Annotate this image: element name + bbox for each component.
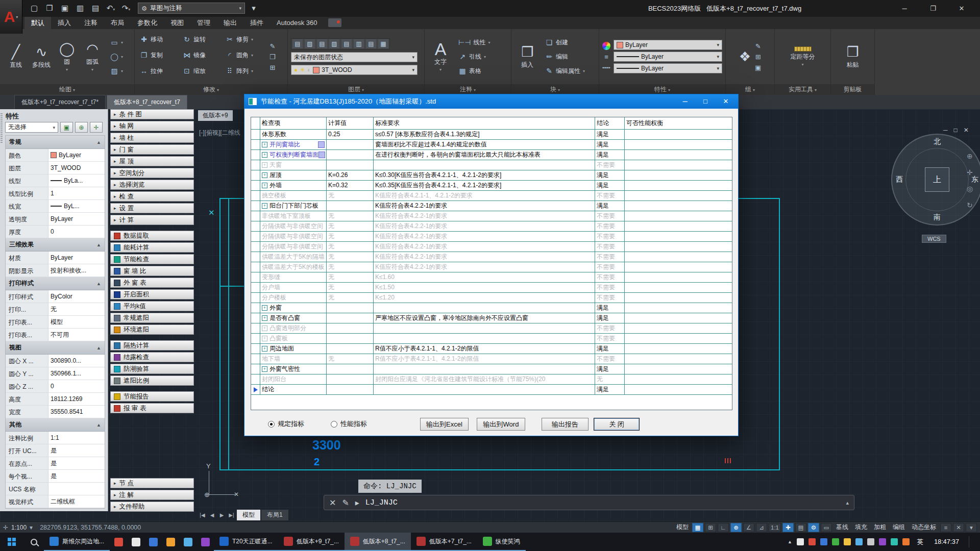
button-输出到Excel[interactable]: 输出到Excel [420, 418, 469, 431]
expand-icon[interactable]: + [262, 172, 267, 178]
collapse-icon[interactable]: ▲ [96, 242, 101, 247]
tray-icon[interactable] [808, 538, 816, 545]
modify-tool-圆角[interactable]: ◜圆角▾ [224, 49, 266, 62]
row-selector[interactable] [251, 303, 260, 313]
taskbar-window-button[interactable]: 低版本+9_t7_... [278, 533, 345, 551]
tradeoff-cell[interactable] [625, 293, 732, 303]
menu-item-结露检查[interactable]: 结露检查 [110, 352, 194, 362]
expand-icon[interactable]: + [262, 346, 267, 352]
calc-value-cell[interactable] [327, 140, 374, 149]
row-selector[interactable] [251, 374, 260, 384]
result-cell[interactable]: 不需要 [595, 293, 625, 303]
ribbon-tab-布局[interactable]: 布局 [104, 17, 131, 29]
radio-icon[interactable] [331, 421, 337, 428]
layer-lock-icon[interactable]: ◐ [307, 66, 311, 73]
row-selector[interactable] [251, 160, 260, 170]
requirement-cell[interactable]: K值应符合表4.2.2-1的要求 [374, 252, 595, 262]
check-item-cell[interactable]: 挑空楼板 [260, 191, 327, 201]
status-menu-icon[interactable]: ▾ [966, 523, 977, 532]
property-value[interactable]: 不可用 [48, 329, 105, 341]
check-item-cell[interactable]: 结论 [260, 385, 327, 394]
status-toggle-加粗[interactable]: 加粗 [871, 523, 889, 532]
property-value[interactable]: ByLa... [48, 174, 105, 187]
layer-freeze-icon[interactable]: ☀ [300, 66, 305, 73]
check-item-cell[interactable]: +天窗 [260, 160, 327, 170]
tradeoff-cell[interactable] [625, 211, 732, 221]
result-cell[interactable]: 不需要 [595, 272, 625, 282]
table-row[interactable]: 分户墙无K≤1.50不需要 [251, 283, 732, 293]
dropdown-icon[interactable]: ▾ [128, 7, 130, 12]
table-row[interactable]: 封闭阳台封闭阳台应满足《河北省居住建筑节能设计标准（节能75%)(20无 [251, 374, 732, 385]
command-line[interactable]: ✕ ✎ ▸ LJ_JNJC ▴ [324, 495, 854, 510]
tray-icon[interactable] [820, 538, 827, 545]
row-selector[interactable] [251, 344, 260, 354]
compass-east[interactable]: 东 [971, 175, 978, 184]
table-row[interactable]: +凸窗板不需要 [251, 334, 732, 344]
property-value[interactable]: 二维线框 [48, 495, 105, 508]
property-value[interactable] [48, 483, 105, 495]
compass-north[interactable]: 北 [934, 137, 941, 146]
expand-icon[interactable]: + [262, 315, 267, 321]
undo-button[interactable]: ↶▾ [104, 2, 117, 14]
result-cell[interactable]: 不需要 [595, 191, 625, 201]
radio-icon[interactable] [268, 421, 275, 428]
chevron-down-icon[interactable]: ▾ [121, 55, 123, 59]
menu-group-文件帮助[interactable]: ▸文件帮助 [110, 502, 194, 512]
tradeoff-cell[interactable] [625, 283, 732, 292]
panel-label-draw[interactable]: 绘图▾ [0, 84, 134, 95]
taskbar-window-button[interactable]: 低版本+8_t7_... [345, 533, 411, 551]
block-tool-编辑属性[interactable]: ✎编辑属性▾ [543, 65, 587, 78]
save-as-button[interactable]: ▥ [74, 2, 87, 14]
layer-tool-icon[interactable]: ▦ [378, 39, 388, 48]
requirement-cell[interactable] [374, 160, 595, 170]
property-value[interactable]: 是 [48, 470, 105, 482]
view-compass[interactable]: 北 南 西 东 上 [891, 134, 980, 226]
calc-value-cell[interactable] [327, 364, 374, 374]
property-value[interactable]: 18112.1269 [48, 393, 105, 405]
chevron-down-icon[interactable]: ▾ [66, 67, 68, 72]
command-input[interactable]: LJ_JNJC [365, 498, 398, 507]
requirement-cell[interactable]: s≤0.57 [体形系数应符合表4.1.3的规定] [374, 130, 595, 139]
result-cell[interactable]: 不需要 [595, 354, 625, 364]
menu-group-计算[interactable]: ▸计 算 [110, 215, 194, 225]
modify-extra-icon[interactable]: ⊞ [270, 64, 276, 71]
expand-icon[interactable]: + [262, 142, 267, 147]
pinned-app-button[interactable] [162, 533, 179, 551]
menu-group-条件图[interactable]: ▸条 件 图 [110, 109, 194, 119]
radio-规定指标[interactable]: 规定指标 [268, 419, 304, 429]
status-menu-icon[interactable]: ≡ [940, 523, 951, 532]
new-button[interactable]: ▢ [28, 2, 41, 14]
tradeoff-cell[interactable] [625, 181, 732, 190]
property-value[interactable]: 投射和接收... [48, 264, 105, 277]
menu-item-能耗计算[interactable]: 能耗计算 [110, 242, 194, 253]
tradeoff-cell[interactable] [625, 344, 732, 354]
save-button[interactable]: ▣ [58, 2, 71, 14]
ribbon-tab-注释[interactable]: 注释 [78, 17, 104, 29]
tradeoff-cell[interactable] [625, 150, 732, 160]
status-toggle-icon[interactable]: ✚ [782, 523, 794, 532]
row-selector[interactable] [251, 191, 260, 201]
linetype-icon[interactable]: ╍╍ [602, 64, 610, 71]
annotate-tool-表格[interactable]: ▦表格 [456, 65, 492, 78]
menu-item-外窗表[interactable]: 外 窗 表 [110, 278, 194, 288]
tradeoff-cell[interactable] [625, 313, 732, 323]
file-tab[interactable]: 低版本+9_t7_recover_t7_t7* [14, 95, 106, 109]
linetype-combo[interactable]: ByLayer▾ [614, 63, 722, 73]
tradeoff-cell[interactable] [625, 191, 732, 201]
table-row[interactable]: 分隔供暖与非供暖空间无K值应符合表4.2.2-1的要求不需要 [251, 221, 732, 232]
open-button[interactable]: ❒ [43, 2, 56, 14]
ribbon-tab-视图[interactable]: 视图 [164, 17, 190, 29]
row-selector[interactable] [251, 262, 260, 272]
tradeoff-cell[interactable] [625, 303, 732, 313]
chevron-down-icon[interactable]: ▾ [91, 67, 93, 72]
table-row[interactable]: 挑空楼板无K值应符合表4.2.1-1、4.2.1-2的要求不需要 [251, 191, 732, 201]
menu-item-环境遮阳[interactable]: 环境遮阳 [110, 324, 194, 335]
row-selector[interactable] [251, 283, 260, 292]
property-value[interactable]: 是 [48, 457, 105, 469]
layer-tool-icon[interactable]: ▤ [366, 39, 376, 48]
result-cell[interactable]: 满足 [595, 364, 625, 374]
tab-nav-icon[interactable]: ◀ [208, 512, 216, 518]
collapse-icon[interactable]: ▲ [96, 345, 101, 350]
close-icon[interactable]: ✕ [716, 95, 736, 108]
button-输出报告[interactable]: 输出报告 [542, 418, 589, 431]
